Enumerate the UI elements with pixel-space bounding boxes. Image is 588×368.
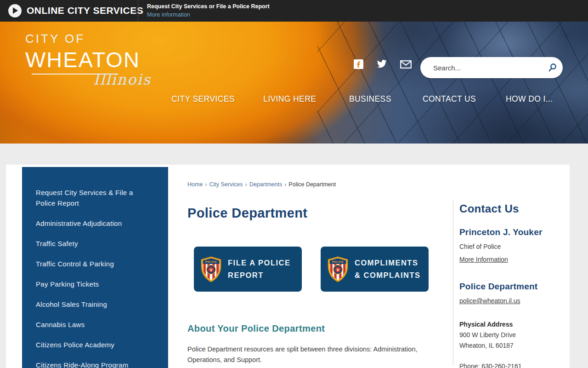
breadcrumb-departments[interactable]: Departments [249,181,283,188]
logo-city-of: CITY OF [25,32,140,46]
file-police-report-button[interactable]: FILE A POLICE REPORT [194,247,302,292]
department-email-link[interactable]: police@wheaton.il.us [459,297,520,305]
about-paragraph: Police Department resources are split be… [187,344,423,365]
sidebar-item-citizens-police-academy[interactable]: Citizens Police Academy [36,339,153,350]
search-icon [548,63,557,72]
email-icon[interactable] [400,60,412,70]
more-information-contact-link[interactable]: More Information [459,256,508,263]
twitter-icon[interactable] [376,60,387,71]
breadcrumb-separator: › [205,181,207,188]
breadcrumb-separator: › [284,181,286,188]
physical-address-label: Physical Address [459,321,556,328]
logo-wheaton: WHEATON [25,47,140,72]
contact-divider [453,200,453,366]
action-buttons: FILE A POLICE REPORT COMPLIMENTS & COMPL… [194,247,429,292]
sidebar-item-administrative-adjudication[interactable]: Administrative Adjudication [36,218,153,229]
topbar-message-text: Request City Services or File a Police R… [147,3,270,10]
sidebar-item-traffic-safety[interactable]: Traffic Safety [36,238,153,249]
facebook-icon[interactable] [354,59,363,71]
breadcrumb-home[interactable]: Home [187,181,203,188]
sidebar-item-alcohol-sales-training[interactable]: Alcohol Sales Training [36,299,153,310]
nav-how-do-i[interactable]: HOW DO I... [506,94,553,104]
search-box [420,57,563,78]
search-input[interactable] [433,64,543,72]
play-icon[interactable] [8,4,22,17]
contact-person-name: Princeton J. Youker [459,227,556,237]
contact-person-title: Chief of Police [459,243,556,250]
nav-business[interactable]: BUSINESS [349,94,391,104]
address-line-2: Wheaton, IL 60187 [459,342,556,349]
breadcrumb: Home›City Services›Departments›Police De… [187,181,336,188]
sidebar-item-citizens-ride-along[interactable]: Citizens Ride-Along Program [36,360,153,368]
police-badge-icon [200,256,222,282]
logo-illinois: Illinois [93,71,151,88]
social-links [354,59,412,71]
more-information-link[interactable]: More information [147,12,270,18]
breadcrumb-city-services[interactable]: City Services [209,181,243,188]
sidebar-menu: Request City Services & File a Police Re… [22,167,168,368]
nav-city-services[interactable]: CITY SERVICES [171,94,235,104]
page-title: Police Department [187,206,307,221]
contact-heading: Contact Us [459,202,556,215]
online-services-title: ONLINE CITY SERVICES [27,5,143,16]
sidebar-item-traffic-control-parking[interactable]: Traffic Control & Parking [36,259,153,269]
hero-branches-texture [317,22,588,144]
phone-number-link[interactable]: 630-260-2161 [481,362,521,368]
hero-banner: CITY OF WHEATON Illinois CITY SERVICES [0,22,588,144]
address-line-1: 900 W Liberty Drive [459,331,556,339]
online-services-bar: ONLINE CITY SERVICES Request City Servic… [0,0,588,22]
phone-row: Phone: 630-260-2161 [459,362,556,368]
compliments-complaints-label: COMPLIMENTS & COMPLAINTS [355,257,421,282]
breadcrumb-separator: › [245,181,247,188]
search-submit-button[interactable] [543,57,563,78]
contact-panel: Contact Us Princeton J. Youker Chief of … [459,202,556,368]
contact-department-name: Police Department [459,282,556,292]
sidebar-item-pay-parking-tickets[interactable]: Pay Parking Tickets [36,279,153,289]
sidebar-item-request-city-services[interactable]: Request City Services & File a Police Re… [36,187,153,208]
city-logo[interactable]: CITY OF WHEATON Illinois [25,32,140,75]
breadcrumb-current: Police Department [288,181,336,188]
file-police-report-label: FILE A POLICE REPORT [228,257,291,282]
police-badge-icon [327,256,349,282]
nav-contact-us[interactable]: CONTACT US [423,94,476,104]
phone-label: Phone: [459,362,481,368]
topbar-message: Request City Services or File a Police R… [147,3,270,18]
page: ONLINE CITY SERVICES Request City Servic… [0,0,588,368]
play-triangle-icon [13,7,18,14]
sidebar-item-cannabis-laws[interactable]: Cannabis Laws [36,319,153,330]
compliments-complaints-button[interactable]: COMPLIMENTS & COMPLAINTS [321,247,429,292]
topbar-divider [138,0,138,22]
nav-living-here[interactable]: LIVING HERE [263,94,316,104]
about-heading: About Your Police Department [187,323,325,334]
